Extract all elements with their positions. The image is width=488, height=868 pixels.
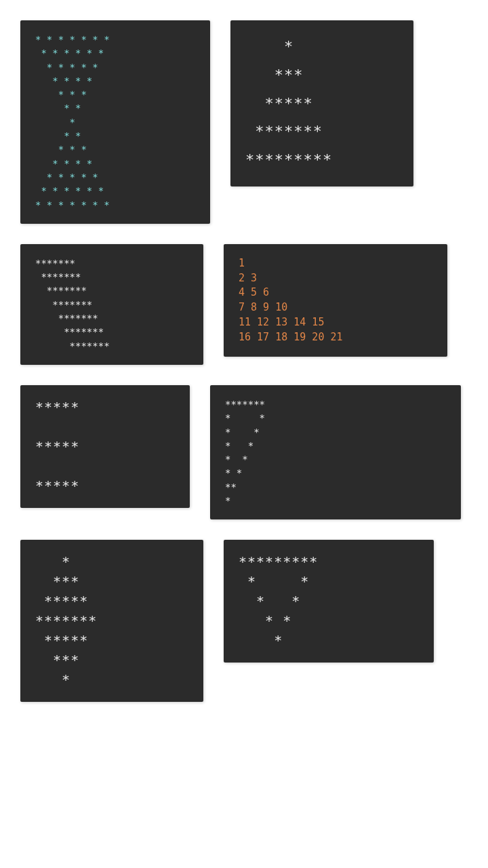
pattern-hollow-inverted-v: ********* * * * * * * * — [224, 540, 434, 663]
pattern-pyramid: * *** ***** ******* ********* — [230, 20, 413, 186]
pattern-output: ******* * * * * * * * * * * ** * — [210, 385, 461, 519]
pattern-output: * * * * * * * * * * * * * * * * * * * * … — [20, 20, 210, 224]
pattern-output: ********* * * * * * * * — [224, 540, 434, 663]
pattern-output: * *** ***** ******* ********* — [230, 20, 413, 186]
pattern-output: 1 2 3 4 5 6 7 8 9 10 11 12 13 14 15 16 1… — [224, 244, 447, 357]
pattern-output: ***** ***** ***** — [20, 385, 190, 508]
pattern-diamond: * *** ***** ******* ***** *** * — [20, 540, 203, 702]
pattern-output: ******* ******* ******* ******* ******* … — [20, 244, 203, 365]
pattern-output: * *** ***** ******* ***** *** * — [20, 540, 203, 702]
pattern-inverted-hollow-triangle: ******* * * * * * * * * * * ** * — [210, 385, 461, 519]
pattern-slanted-rows: ******* ******* ******* ******* ******* … — [20, 244, 203, 365]
pattern-number-triangle: 1 2 3 4 5 6 7 8 9 10 11 12 13 14 15 16 1… — [224, 244, 447, 357]
pattern-three-rows: ***** ***** ***** — [20, 385, 190, 508]
pattern-hourglass-dots: * * * * * * * * * * * * * * * * * * * * … — [20, 20, 210, 224]
